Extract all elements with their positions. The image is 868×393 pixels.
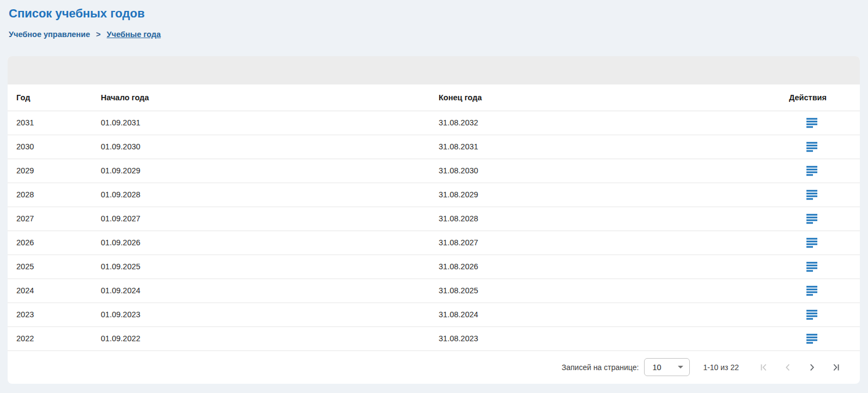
table-row: 2027 01.09.2027 31.08.2028 [8,207,860,231]
subject-lines-icon [806,333,817,344]
pagination-nav [757,361,842,374]
start-date-cell: 01.09.2022 [101,327,439,350]
next-page-button[interactable] [805,361,818,374]
subject-lines-icon [806,261,817,273]
start-date-cell: 01.09.2026 [101,231,439,255]
caret-down-icon [678,366,683,368]
table-toolbar [8,56,860,84]
breadcrumb: Учебное управление > Учебные года [9,30,859,39]
row-actions-button[interactable] [805,140,818,153]
row-actions-button[interactable] [805,308,818,321]
year-cell: 2025 [8,255,101,279]
actions-cell [789,135,860,159]
breadcrumb-link-academic-years[interactable]: Учебные года [107,30,161,39]
chevron-left-icon [782,361,794,373]
start-date-cell: 01.09.2029 [101,159,439,183]
column-header-year: Год [8,84,101,111]
row-actions-button[interactable] [805,188,818,201]
row-actions-button[interactable] [805,332,818,345]
end-date-cell: 31.08.2023 [439,327,789,350]
year-cell: 2023 [8,303,101,327]
year-cell: 2030 [8,135,101,159]
year-cell: 2022 [8,327,101,350]
rows-per-page-value: 10 [652,363,661,372]
end-date-cell: 31.08.2032 [439,111,789,135]
table-row: 2024 01.09.2024 31.08.2025 [8,279,860,303]
end-date-cell: 31.08.2026 [439,255,789,279]
actions-cell [789,231,860,255]
start-date-cell: 01.09.2027 [101,207,439,231]
year-cell: 2031 [8,111,101,135]
table-row: 2028 01.09.2028 31.08.2029 [8,183,860,207]
table-row: 2023 01.09.2023 31.08.2024 [8,303,860,327]
table-row: 2029 01.09.2029 31.08.2030 [8,159,860,183]
year-cell: 2024 [8,279,101,303]
page-title: Список учебных годов [9,7,859,21]
subject-lines-icon [806,165,817,177]
actions-cell [789,207,860,231]
row-actions-button[interactable] [805,212,818,225]
end-date-cell: 31.08.2030 [439,159,789,183]
rows-per-page-select[interactable]: 10 [644,358,690,376]
actions-cell [789,303,860,327]
breadcrumb-link-academic-management[interactable]: Учебное управление [9,30,90,39]
year-cell: 2026 [8,231,101,255]
subject-lines-icon [806,285,817,297]
end-date-cell: 31.08.2028 [439,207,789,231]
last-page-button[interactable] [829,361,842,374]
year-cell: 2028 [8,183,101,207]
breadcrumb-separator: > [96,30,100,39]
table-row: 2025 01.09.2025 31.08.2026 [8,255,860,279]
row-actions-button[interactable] [805,164,818,177]
chevron-right-icon [806,361,818,373]
pagination-range-label: 1-10 из 22 [703,363,739,372]
subject-lines-icon [806,309,817,321]
table-row: 2030 01.09.2030 31.08.2031 [8,135,860,159]
subject-lines-icon [806,141,817,153]
actions-cell [789,111,860,135]
column-header-actions: Действия [789,84,860,111]
year-cell: 2027 [8,207,101,231]
row-actions-button[interactable] [805,236,818,249]
actions-cell [789,183,860,207]
table-row: 2031 01.09.2031 31.08.2032 [8,111,860,135]
row-actions-button[interactable] [805,284,818,297]
end-date-cell: 31.08.2025 [439,279,789,303]
year-cell: 2029 [8,159,101,183]
actions-cell [789,279,860,303]
subject-lines-icon [806,117,817,129]
row-actions-button[interactable] [805,260,818,273]
rows-per-page-label: Записей на странице: [562,363,639,372]
end-date-cell: 31.08.2029 [439,183,789,207]
start-date-cell: 01.09.2031 [101,111,439,135]
end-date-cell: 31.08.2031 [439,135,789,159]
subject-lines-icon [806,237,817,249]
last-page-icon [830,361,842,373]
academic-years-card: Год Начало года Конец года Действия 2031… [8,56,860,384]
start-date-cell: 01.09.2030 [101,135,439,159]
table-row: 2022 01.09.2022 31.08.2023 [8,327,860,350]
table-row: 2026 01.09.2026 31.08.2027 [8,231,860,255]
first-page-button [757,361,770,374]
previous-page-button [781,361,794,374]
start-date-cell: 01.09.2028 [101,183,439,207]
start-date-cell: 01.09.2024 [101,279,439,303]
table-body: 2031 01.09.2031 31.08.2032 2030 01.09.20… [8,111,860,350]
actions-cell [789,159,860,183]
first-page-icon [758,361,770,373]
subject-lines-icon [806,189,817,201]
row-actions-button[interactable] [805,116,818,129]
end-date-cell: 31.08.2024 [439,303,789,327]
column-header-end: Конец года [439,84,789,111]
subject-lines-icon [806,213,817,225]
table-header-row: Год Начало года Конец года Действия [8,84,860,111]
start-date-cell: 01.09.2023 [101,303,439,327]
actions-cell [789,327,860,350]
end-date-cell: 31.08.2027 [439,231,789,255]
start-date-cell: 01.09.2025 [101,255,439,279]
pagination-bar: Записей на странице: 10 1-10 из 22 [8,351,860,384]
academic-years-table: Год Начало года Конец года Действия 2031… [8,84,860,351]
page-header: Список учебных годов Учебное управление … [0,0,868,39]
column-header-start: Начало года [101,84,439,111]
actions-cell [789,255,860,279]
